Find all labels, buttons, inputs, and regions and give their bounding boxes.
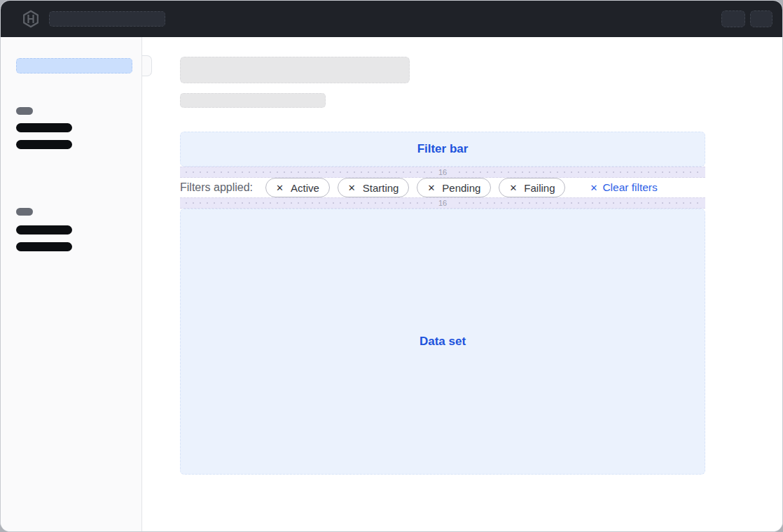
filter-pill-label: Pending xyxy=(442,182,480,194)
dismiss-icon[interactable]: ✕ xyxy=(427,183,435,192)
page-subtitle-placeholder xyxy=(180,93,326,108)
filter-pill-starting[interactable]: ✕ Starting xyxy=(338,178,410,197)
filter-pill-label: Failing xyxy=(524,182,555,194)
spacing-value: 16 xyxy=(432,199,453,207)
filter-pill-failing[interactable]: ✕ Failing xyxy=(499,178,565,197)
sidebar-section-label-placeholder xyxy=(16,107,33,115)
spacing-value: 16 xyxy=(432,168,453,176)
top-nav-bar xyxy=(1,1,782,37)
dismiss-icon[interactable]: ✕ xyxy=(509,183,517,192)
sidebar-active-item-notch xyxy=(142,55,152,76)
spacing-annotation-top: 16 xyxy=(180,167,705,178)
search-input-placeholder[interactable] xyxy=(49,11,165,27)
sidebar-nav-item-placeholder[interactable] xyxy=(16,225,72,234)
filter-bar-label: Filter bar xyxy=(417,142,469,156)
main-content: Filter bar 16 Filters applied: ✕ Active … xyxy=(142,37,782,531)
dismiss-icon[interactable]: ✕ xyxy=(276,183,284,192)
filter-bar-region: Filter bar xyxy=(180,132,705,167)
filter-pill-active[interactable]: ✕ Active xyxy=(265,178,330,197)
sidebar xyxy=(1,37,142,531)
sidebar-nav-item-placeholder[interactable] xyxy=(16,242,72,251)
data-set-region: Data set xyxy=(180,209,705,475)
clear-filters-link[interactable]: ✕ Clear filters xyxy=(590,181,657,194)
sidebar-nav-item-placeholder[interactable] xyxy=(16,140,72,149)
hashicorp-logo-icon[interactable] xyxy=(22,10,40,28)
filter-pill-label: Starting xyxy=(363,182,399,194)
filters-applied-label: Filters applied: xyxy=(180,181,253,194)
filters-applied-row: Filters applied: ✕ Active ✕ Starting ✕ P… xyxy=(180,178,705,197)
data-set-label: Data set xyxy=(420,335,466,349)
clear-filters-label: Clear filters xyxy=(602,181,657,194)
sidebar-nav-item-placeholder[interactable] xyxy=(16,123,72,132)
topbar-button-placeholder[interactable] xyxy=(750,10,772,27)
page-title-placeholder xyxy=(180,57,410,83)
sidebar-section-label-placeholder xyxy=(16,208,33,216)
app-window: Filter bar 16 Filters applied: ✕ Active … xyxy=(0,0,783,532)
clear-filters-icon: ✕ xyxy=(590,183,597,192)
filter-pill-label: Active xyxy=(291,182,319,194)
filter-pill-pending[interactable]: ✕ Pending xyxy=(417,178,491,197)
dismiss-icon[interactable]: ✕ xyxy=(348,183,356,192)
topbar-button-placeholder[interactable] xyxy=(721,10,745,27)
topbar-actions xyxy=(721,10,772,27)
spacing-annotation-bottom: 16 xyxy=(180,197,705,209)
sidebar-active-item-placeholder[interactable] xyxy=(16,58,132,74)
